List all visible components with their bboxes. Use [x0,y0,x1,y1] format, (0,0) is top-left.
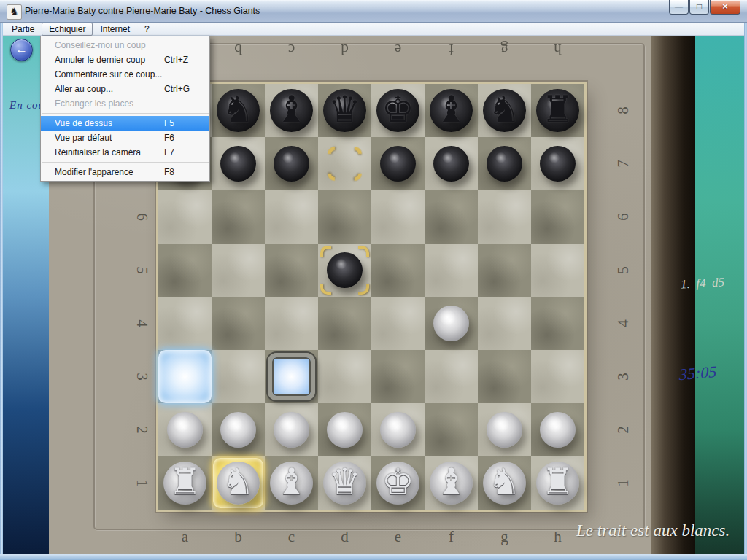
square-f5[interactable] [425,244,478,297]
piece-black-bishop-c8[interactable]: ♝ [265,84,318,137]
square-d4[interactable] [318,297,371,350]
square-b5[interactable] [212,244,265,297]
square-c6[interactable] [265,190,318,244]
menu-item-shortcut: F6 [164,131,202,145]
square-f3[interactable] [425,350,478,403]
square-h3[interactable] [531,350,584,403]
square-d3[interactable] [318,350,371,403]
square-d6[interactable] [318,190,371,244]
piece-white-rook-a1[interactable]: ♜ [158,456,212,510]
menu-item-vue-de-dessus[interactable]: Vue de dessusF5 [41,116,209,131]
square-g6[interactable] [478,190,531,244]
black-queen-icon: ♛ [318,85,371,136]
piece-white-pawn-d2[interactable] [318,403,371,456]
square-g3[interactable] [478,350,531,403]
piece-white-pawn-c2[interactable] [265,403,318,456]
white-pawn-base [274,412,309,448]
square-c4[interactable] [265,297,318,350]
coord-file-h-top: h [531,39,584,61]
menubar-item-partie[interactable]: Partie [4,23,42,36]
menubar-item-internet[interactable]: Internet [93,23,137,36]
piece-black-pawn-h7[interactable] [531,137,584,190]
piece-white-pawn-b2[interactable] [212,403,265,456]
menu-item-vue-par-d-faut[interactable]: Vue par défautF6 [41,131,209,145]
black-pawn-base [380,146,416,182]
piece-white-knight-g1[interactable]: ♞ [478,456,531,510]
coord-file-c-bottom: c [265,526,318,548]
square-h5[interactable] [531,244,584,297]
piece-black-knight-b8[interactable]: ♞ [212,84,265,137]
piece-white-bishop-c1[interactable]: ♝ [265,456,318,510]
window-border-right [744,23,747,554]
square-f2[interactable] [425,403,478,456]
piece-black-knight-g8[interactable]: ♞ [478,84,531,137]
square-e4[interactable] [371,297,425,350]
coord-file-g-bottom: g [478,526,531,548]
piece-white-knight-b1[interactable]: ♞ [212,456,265,510]
white-bishop-icon: ♝ [425,458,478,509]
menubar-item-item[interactable]: ? [137,23,157,36]
piece-black-pawn-c7[interactable] [265,137,318,190]
piece-white-queen-d1[interactable]: ♛ [318,456,371,510]
coord-file-e-top: e [371,39,425,61]
square-b3[interactable] [212,350,265,403]
black-king-icon: ♚ [371,85,425,136]
menu-item-annuler-le-dernier-coup[interactable]: Annuler le dernier coupCtrl+Z [41,52,209,67]
menu-item-r-initialiser-la-cam-ra[interactable]: Réinitialiser la caméraF7 [41,145,209,160]
square-f6[interactable] [425,190,478,244]
menu-item-commentaire-sur-ce-coup[interactable]: Commentaire sur ce coup... [41,67,209,82]
square-e3[interactable] [371,350,425,403]
square-b6[interactable] [212,190,265,244]
piece-white-pawn-h2[interactable] [531,403,584,456]
square-g4[interactable] [478,297,531,350]
menu-separator [42,113,209,114]
piece-white-pawn-g2[interactable] [478,403,531,456]
back-button[interactable]: ← [10,39,33,61]
close-button[interactable]: × [710,0,740,15]
black-pawn-base [487,146,522,182]
piece-black-rook-h8[interactable]: ♜ [531,84,584,137]
white-pawn-base [433,306,469,341]
square-b4[interactable] [212,297,265,350]
coord-rank-6-left: 6 [115,207,169,228]
piece-black-pawn-d5[interactable] [318,244,371,297]
square-c5[interactable] [265,244,318,297]
piece-white-pawn-a2[interactable] [158,403,212,456]
piece-black-queen-d8[interactable]: ♛ [318,84,371,137]
square-e5[interactable] [371,244,425,297]
piece-white-pawn-f4[interactable] [425,297,478,350]
piece-black-pawn-g7[interactable] [478,137,531,190]
minimize-button[interactable]: — [669,0,689,15]
gold-corner-mark-tl [325,144,345,164]
selection-frame-c3 [268,353,315,400]
menu-item-label: Vue de dessus [55,116,164,131]
piece-white-rook-h1[interactable]: ♜ [531,456,584,510]
move-list-text: 1. f4 d5 [681,275,725,292]
menu-item-shortcut: Ctrl+Z [164,52,202,67]
piece-black-bishop-f8[interactable]: ♝ [425,84,478,137]
white-pawn-base [167,412,203,448]
menu-item-label: Annuler le dernier coup [55,52,164,67]
menubar-item-echiquier[interactable]: Echiquier [42,23,93,36]
background-gradient-right [695,36,744,554]
menu-item-shortcut: F8 [164,165,202,179]
menu-item-modifier-l-apparence[interactable]: Modifier l'apparenceF8 [41,165,209,179]
piece-black-pawn-f7[interactable] [425,137,478,190]
piece-white-bishop-f1[interactable]: ♝ [425,456,478,510]
square-e6[interactable] [371,190,425,244]
square-h4[interactable] [531,297,584,350]
piece-white-pawn-e2[interactable] [371,403,425,456]
square-h6[interactable] [531,190,584,244]
clock-text: 35:05 [679,362,717,385]
piece-black-pawn-e7[interactable] [371,137,425,190]
black-bishop-icon: ♝ [265,85,318,136]
piece-black-pawn-b7[interactable] [212,137,265,190]
piece-white-king-e1[interactable]: ♚ [371,456,425,510]
square-g5[interactable] [478,244,531,297]
gold-corner-mark-bl [325,163,345,184]
maximize-button[interactable]: □ [689,0,709,15]
black-bishop-icon: ♝ [425,85,478,136]
menu-item-aller-au-coup[interactable]: Aller au coup...Ctrl+G [41,82,209,96]
white-queen-icon: ♛ [318,458,371,509]
piece-black-king-e8[interactable]: ♚ [371,84,425,137]
